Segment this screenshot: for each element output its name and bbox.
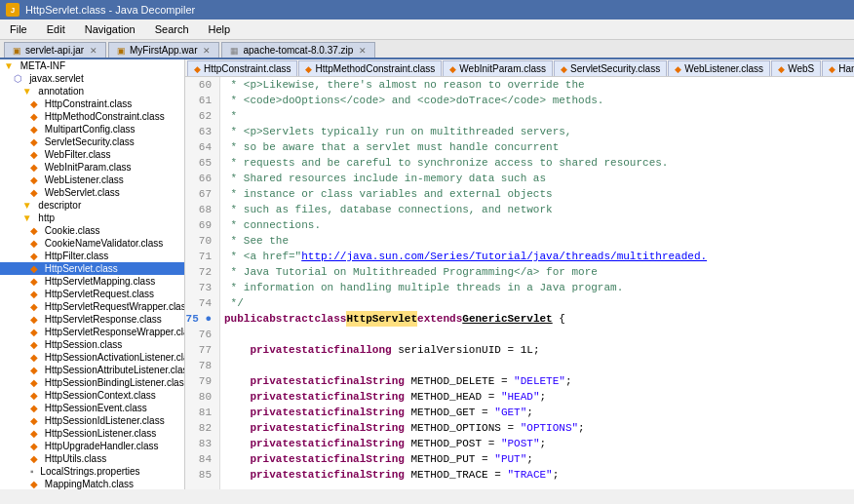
line-number: 60 — [185, 77, 215, 93]
tree-item-meta-inf[interactable]: ▼ META-INF — [0, 59, 184, 72]
tree-item-httpservletrequestwrapper[interactable]: ◆ HttpServletRequestWrapper.class — [0, 300, 184, 313]
class-icon: ◆ — [30, 225, 38, 236]
tree-item-httpservletresponse[interactable]: ◆ HttpServletResponse.class — [0, 313, 184, 326]
line-number: 61 — [185, 93, 215, 108]
code-line: private static final String METHOD_PUT =… — [224, 451, 850, 467]
tree-item-annotation[interactable]: ▼ annotation — [0, 85, 184, 97]
tree-item-servletsecurity2[interactable]: ◆ ServletSecurity.class — [0, 136, 184, 148]
tree-item-label: WebInitParam.class — [45, 162, 132, 173]
tree-item-javax-servlet[interactable]: ⬡ javax.servlet — [0, 72, 184, 85]
tree-item-httpsessionupgrade[interactable]: ◆ HttpUpgradeHandler.class — [0, 440, 184, 452]
tree-item-cookienamevalidator[interactable]: ◆ CookieNameValidator.class — [0, 237, 184, 250]
tree-item-mappingmatch[interactable]: ◆ MappingMatch.class — [0, 478, 184, 489]
menu-help[interactable]: Help — [203, 21, 237, 37]
tree-item-httpfilter[interactable]: ◆ HttpFilter.class — [0, 250, 184, 262]
code-line: * connections. — [224, 217, 850, 233]
tree-item-multipartconfig[interactable]: ◆ MultipartConfig.class — [0, 123, 184, 136]
file-tree: ▼ META-INF ⬡ javax.servlet ▼ annotation … — [0, 59, 185, 489]
line-number: 78 — [185, 358, 215, 373]
line-number: 73 — [185, 280, 215, 295]
class-icon: ◆ — [30, 301, 38, 312]
code-line: private static final String METHOD_GET =… — [224, 405, 850, 420]
tree-item-httpmethodconstraint[interactable]: ◆ HttpMethodConstraint.class — [0, 110, 184, 123]
tree-item-httpsession[interactable]: ◆ HttpSession.class — [0, 338, 184, 351]
tree-item-cookie[interactable]: ◆ Cookie.class — [0, 224, 184, 237]
class-icon: ◆ — [30, 453, 38, 464]
class-tab-httpconstraint[interactable]: ◆HttpConstraint.class — [187, 60, 297, 76]
line-number: 64 — [185, 139, 215, 155]
tree-item-httputils[interactable]: ◆ HttpUtils.class — [0, 452, 184, 465]
class-icon: ◆ — [675, 64, 681, 74]
class-icon: ◆ — [30, 377, 38, 388]
tree-item-label: annotation — [38, 86, 84, 97]
open-file-tab-myfirstapp[interactable]: ▣ MyFirstApp.war ✕ — [108, 42, 219, 58]
tree-item-httpservletresponsewrapper[interactable]: ◆ HttpServletResponseWrapper.class — [0, 326, 184, 338]
class-icon: ◆ — [30, 149, 38, 160]
menu-bar: File Edit Navigation Search Help — [0, 19, 854, 40]
code-area: 60616263646566676869707172737475 ●767778… — [185, 77, 854, 489]
class-icon: ◆ — [449, 64, 456, 74]
menu-navigation[interactable]: Navigation — [79, 21, 141, 37]
menu-file[interactable]: File — [4, 21, 33, 37]
code-line: * — [224, 108, 850, 124]
class-icon: ◆ — [30, 352, 38, 363]
app-title: HttpServlet.class - Java Decompiler — [25, 4, 195, 16]
tree-item-httpsessionlistener[interactable]: ◆ HttpSessionListener.class — [0, 427, 184, 440]
war-icon: ▣ — [117, 46, 126, 56]
line-number: 68 — [185, 202, 215, 217]
tree-item-http[interactable]: ▼ http — [0, 212, 184, 224]
tree-item-httpconstraint[interactable]: ◆ HttpConstraint.class — [0, 97, 184, 110]
class-tab-servletsecurity[interactable]: ◆ServletSecurity.class — [554, 60, 667, 76]
tree-item-httpservletrequest[interactable]: ◆ HttpServletRequest.class — [0, 288, 184, 300]
class-tab-webinit[interactable]: ◆WebInitParam.class — [443, 60, 553, 76]
tree-item-webinit2[interactable]: ◆ WebInitParam.class — [0, 161, 184, 174]
folder-icon: ▼ — [22, 86, 32, 97]
tree-item-httpsessionbinding[interactable]: ◆ HttpSessionBindingListener.class — [0, 376, 184, 389]
folder-icon: ▼ — [22, 200, 32, 211]
tree-item-httpsessionactivation[interactable]: ◆ HttpSessionActivationListener.class — [0, 351, 184, 364]
jar-icon: ▣ — [13, 46, 21, 56]
tree-item-httpsessionevent[interactable]: ◆ HttpSessionEvent.class — [0, 402, 184, 414]
tree-item-httpsessionattribute[interactable]: ◆ HttpSessionAttributeListener.class — [0, 364, 184, 376]
tree-item-httpsessionidlistener[interactable]: ◆ HttpSessionIdListener.class — [0, 414, 184, 427]
title-bar: J HttpServlet.class - Java Decompiler — [0, 0, 854, 19]
line-number: 85 — [185, 467, 215, 483]
tree-item-label: HttpFilter.class — [45, 251, 109, 261]
code-line — [224, 327, 850, 342]
close-tab-tomcat[interactable]: ✕ — [359, 46, 367, 56]
tree-item-httpsessioncontext[interactable]: ◆ HttpSessionContext.class — [0, 389, 184, 402]
code-line: * so be aware that a servlet must handle… — [224, 139, 850, 155]
tree-item-label: CookieNameValidator.class — [45, 238, 164, 249]
tree-item-localstrings[interactable]: ▪ LocalStrings.properties — [0, 465, 184, 478]
tree-item-label: HttpSessionIdListener.class — [45, 415, 165, 426]
code-content[interactable]: * <p>Likewise, there's almost no reason … — [220, 77, 854, 489]
open-file-tab-tomcat[interactable]: ▦ apache-tomcat-8.0.37.zip ✕ — [221, 42, 375, 58]
open-file-tab-servlet-api[interactable]: ▣ servlet-api.jar ✕ — [4, 42, 106, 58]
tree-item-httpservlet[interactable]: ◆ HttpServlet.class — [0, 262, 184, 275]
class-icon: ◆ — [30, 251, 38, 261]
class-icon: ◆ — [30, 479, 38, 489]
line-number: 69 — [185, 217, 215, 233]
class-icon: ◆ — [778, 64, 785, 74]
tree-item-webservlet2[interactable]: ◆ WebServlet.class — [0, 186, 184, 199]
line-numbers: 60616263646566676869707172737475 ●767778… — [185, 77, 220, 489]
close-tab-servlet-api[interactable]: ✕ — [90, 46, 97, 56]
close-tab-myfirstapp[interactable]: ✕ — [203, 46, 211, 56]
code-line — [224, 358, 850, 373]
class-icon: ◆ — [30, 124, 38, 135]
tree-item-descriptor[interactable]: ▼ descriptor — [0, 199, 184, 212]
class-icon: ◆ — [30, 415, 38, 426]
tree-item-label: WebFilter.class — [45, 149, 111, 160]
menu-search[interactable]: Search — [149, 21, 195, 37]
menu-edit[interactable]: Edit — [41, 21, 71, 37]
tree-item-weblistener2[interactable]: ◆ WebListener.class — [0, 174, 184, 186]
tree-item-httpservletmapping[interactable]: ◆ HttpServletMapping.class — [0, 275, 184, 288]
tree-item-webfilter[interactable]: ◆ WebFilter.class — [0, 148, 184, 161]
folder-icon: ▼ — [22, 213, 32, 223]
class-tab-webservlet[interactable]: ◆WebS — [771, 60, 821, 76]
tree-item-label: HttpServletRequest.class — [45, 289, 154, 299]
class-tab-httpmethodconstraint[interactable]: ◆HttpMethodConstraint.class — [298, 60, 442, 76]
class-tab-handlestypes[interactable]: ◆HandlesTypes.class — [822, 60, 854, 76]
class-tab-weblistener[interactable]: ◆WebListener.class — [668, 60, 770, 76]
tree-item-label: HttpUtils.class — [45, 453, 106, 464]
